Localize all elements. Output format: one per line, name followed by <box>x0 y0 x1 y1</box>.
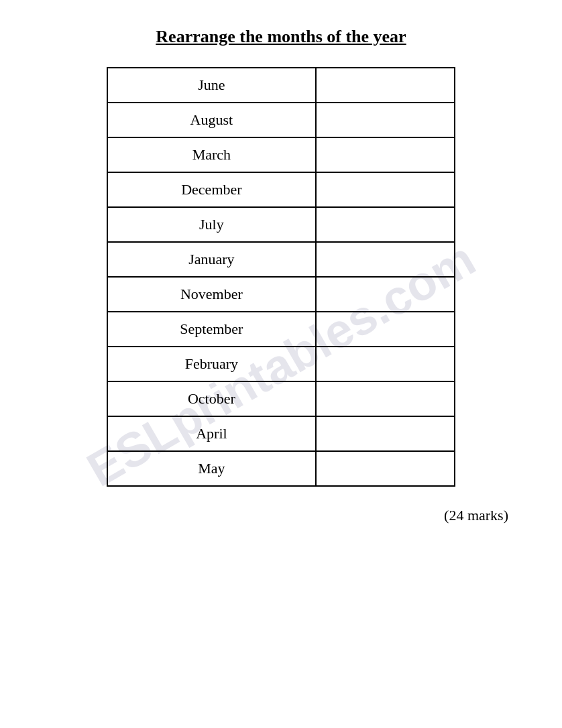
table-row: November <box>107 277 455 312</box>
answer-cell[interactable] <box>316 68 455 103</box>
answer-cell[interactable] <box>316 451 455 486</box>
answer-cell[interactable] <box>316 312 455 347</box>
answer-cell[interactable] <box>316 207 455 242</box>
answer-cell[interactable] <box>316 103 455 137</box>
month-name-cell: November <box>107 277 316 312</box>
month-name-cell: August <box>107 103 316 137</box>
month-name-cell: February <box>107 347 316 381</box>
page-title: Rearrange the months of the year <box>40 27 522 47</box>
answer-cell[interactable] <box>316 347 455 381</box>
table-row: March <box>107 137 455 172</box>
month-name-cell: March <box>107 137 316 172</box>
month-name-cell: September <box>107 312 316 347</box>
month-name-cell: April <box>107 416 316 451</box>
month-name-cell: June <box>107 68 316 103</box>
table-row: July <box>107 207 455 242</box>
month-name-cell: July <box>107 207 316 242</box>
table-row: August <box>107 103 455 137</box>
month-name-cell: October <box>107 381 316 416</box>
month-name-cell: January <box>107 242 316 277</box>
table-row: December <box>107 172 455 207</box>
marks-label: (24 marks) <box>40 507 522 524</box>
month-name-cell: May <box>107 451 316 486</box>
answer-cell[interactable] <box>316 242 455 277</box>
table-row: May <box>107 451 455 486</box>
table-row: January <box>107 242 455 277</box>
months-table: JuneAugustMarchDecemberJulyJanuaryNovemb… <box>107 67 455 487</box>
answer-cell[interactable] <box>316 137 455 172</box>
table-row: October <box>107 381 455 416</box>
answer-cell[interactable] <box>316 381 455 416</box>
month-name-cell: December <box>107 172 316 207</box>
answer-cell[interactable] <box>316 172 455 207</box>
table-row: September <box>107 312 455 347</box>
answer-cell[interactable] <box>316 277 455 312</box>
table-row: June <box>107 68 455 103</box>
table-row: April <box>107 416 455 451</box>
answer-cell[interactable] <box>316 416 455 451</box>
table-row: February <box>107 347 455 381</box>
